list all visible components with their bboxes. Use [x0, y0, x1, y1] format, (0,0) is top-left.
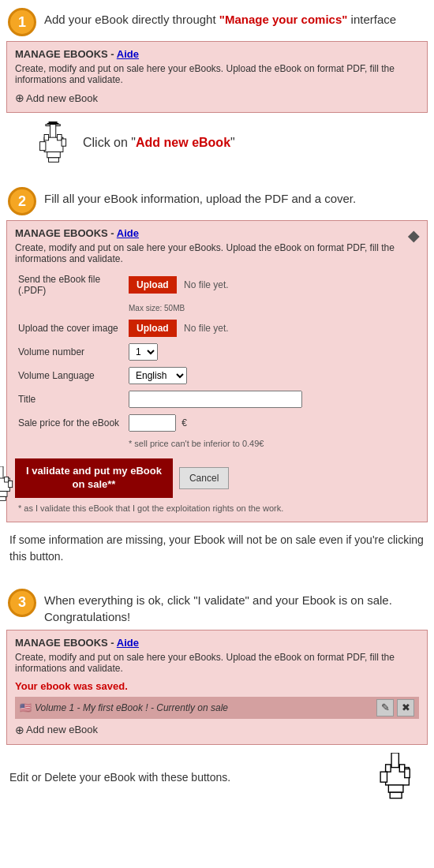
max-size-row: Max size: 50MB: [15, 299, 419, 316]
flag-icon: 🇺🇸: [20, 702, 32, 713]
step-1-row: 1 Add your eBook directly throught "Mana…: [0, 0, 434, 41]
svg-rect-18: [0, 496, 6, 500]
aide-link-3[interactable]: Aide: [117, 637, 139, 649]
info-text: If some information are missing, your Eb…: [0, 526, 434, 570]
price-row: Sale price for the eBook €: [15, 411, 419, 435]
svg-rect-7: [39, 141, 45, 150]
panel-1-desc: Create, modify and put on sale here your…: [15, 63, 419, 85]
volume-label: Volume number: [15, 340, 125, 364]
panel-3-desc: Create, modify and put on sale here your…: [15, 652, 419, 674]
add-new-link-1[interactable]: ⊕ Add new eBook: [15, 92, 98, 104]
diamond-icon: ◆: [408, 227, 419, 245]
panel-3-title: MANAGE EBOOKS - Aide: [15, 637, 419, 649]
send-file-label: Send the eBook file (.PDF): [15, 271, 125, 299]
book-row: 🇺🇸 Volume 1 - My first eBook ! - Current…: [15, 697, 419, 719]
send-file-controls: Upload No file yet.: [125, 271, 419, 299]
saved-message: Your ebook was saved.: [15, 680, 419, 692]
max-size-label: Max size: 50MB: [129, 304, 185, 312]
price-controls: €: [125, 411, 419, 435]
price-input[interactable]: [129, 414, 176, 432]
cover-no-file-text: No file yet.: [184, 323, 229, 334]
cover-row: Upload the cover image Upload No file ye…: [15, 316, 419, 340]
svg-rect-26: [390, 792, 402, 798]
language-row: Volume Language English French Spanish G…: [15, 364, 419, 387]
svg-rect-11: [0, 466, 3, 480]
step-3-number: 3: [8, 589, 36, 617]
panel-1-title: MANAGE EBOOKS - Aide: [15, 48, 419, 60]
plus-icon-3: ⊕: [15, 724, 24, 736]
book-title: Volume 1 - My first eBook ! - Currently …: [35, 702, 228, 713]
panel-2-desc: Create, modify and put on sale here your…: [15, 242, 419, 264]
cursor-row-1: Click on "Add new eBook": [0, 116, 434, 171]
upload-file-button[interactable]: Upload: [129, 276, 177, 294]
svg-rect-8: [62, 139, 66, 146]
validate-area: I validate and put my eBook on sale** Ca…: [15, 458, 419, 498]
cover-label: Upload the cover image: [15, 316, 125, 340]
book-row-left: 🇺🇸 Volume 1 - My first eBook ! - Current…: [20, 702, 228, 713]
title-controls: [125, 387, 419, 411]
panel-2-title: MANAGE EBOOKS - Aide ◆: [15, 227, 419, 239]
cover-controls: Upload No file yet.: [125, 316, 419, 340]
hand-icon-1: [34, 122, 73, 165]
edit-button[interactable]: ✎: [376, 699, 394, 716]
price-note-row: * sell price can't be inferior to 0.49€: [15, 435, 419, 452]
aide-link-2[interactable]: Aide: [117, 227, 139, 239]
euro-sign: €: [181, 417, 187, 428]
svg-rect-16: [9, 481, 13, 487]
validate-note: * as I validate this eBook that I got th…: [15, 502, 286, 514]
volume-controls: 1 2 3 4 5: [125, 340, 419, 364]
validate-button[interactable]: I validate and put my eBook on sale**: [15, 458, 173, 498]
language-controls: English French Spanish German Italian: [125, 364, 419, 387]
hand-icon-2: [0, 466, 19, 506]
svg-rect-22: [399, 765, 405, 772]
send-file-row: Send the eBook file (.PDF) Upload No fil…: [15, 271, 419, 299]
svg-rect-10: [48, 157, 58, 162]
step-2-number: 2: [8, 187, 36, 215]
svg-rect-24: [404, 769, 410, 777]
manage-panel-2: MANAGE EBOOKS - Aide ◆ Create, modify an…: [6, 220, 428, 522]
svg-rect-23: [380, 772, 387, 782]
upload-cover-button[interactable]: Upload: [129, 320, 177, 337]
plus-icon-1: ⊕: [15, 92, 24, 104]
title-input[interactable]: [129, 391, 302, 408]
delete-button[interactable]: ✖: [397, 699, 414, 716]
step-3-text: When everything is ok, click "I validate…: [44, 589, 426, 625]
manage-panel-3: MANAGE EBOOKS - Aide Create, modify and …: [6, 630, 428, 745]
ebook-form: Send the eBook file (.PDF) Upload No fil…: [15, 271, 419, 452]
step-2-text: Fill all your eBook information, upload …: [44, 187, 356, 207]
price-note: * sell price can't be inferior to 0.49€: [129, 437, 264, 448]
cancel-button[interactable]: Cancel: [179, 467, 229, 489]
add-new-link-3[interactable]: ⊕ Add new eBook: [15, 724, 98, 736]
svg-rect-0: [48, 122, 57, 123]
svg-rect-6: [57, 134, 61, 140]
svg-rect-17: [0, 491, 7, 496]
svg-rect-21: [385, 765, 391, 772]
svg-rect-14: [5, 477, 9, 482]
bottom-row: Edit or Delete your eBook with these but…: [0, 748, 434, 812]
volume-row: Volume number 1 2 3 4 5: [15, 340, 419, 364]
svg-rect-25: [388, 785, 403, 792]
book-row-actions: ✎ ✖: [376, 699, 414, 716]
step-1-text: Add your eBook directly throught "Manage…: [44, 8, 396, 28]
step-2-row: 2 Fill all your eBook information, uploa…: [0, 179, 434, 220]
svg-rect-9: [47, 152, 60, 157]
cursor-instruction: Click on "Add new eBook": [83, 134, 235, 152]
bottom-text: Edit or Delete your eBook with these but…: [9, 770, 369, 786]
step-1-number: 1: [8, 8, 36, 36]
no-file-text: No file yet.: [184, 279, 229, 290]
price-label: Sale price for the eBook: [15, 411, 125, 435]
svg-rect-3: [50, 124, 55, 138]
svg-rect-5: [44, 134, 49, 140]
step-3-row: 3 When everything is ok, click "I valida…: [0, 581, 434, 630]
language-select[interactable]: English French Spanish German Italian: [129, 367, 187, 384]
manage-panel-1: MANAGE EBOOKS - Aide Create, modify and …: [6, 41, 428, 113]
volume-select[interactable]: 1 2 3 4 5: [129, 343, 158, 361]
hand-cursor-1: [32, 119, 75, 166]
title-label: Title: [15, 387, 125, 411]
language-label: Volume Language: [15, 364, 125, 387]
title-row: Title: [15, 387, 419, 411]
hand-icon-3: [372, 753, 423, 804]
aide-link-1[interactable]: Aide: [117, 48, 139, 60]
bottom-hand: [369, 753, 425, 804]
